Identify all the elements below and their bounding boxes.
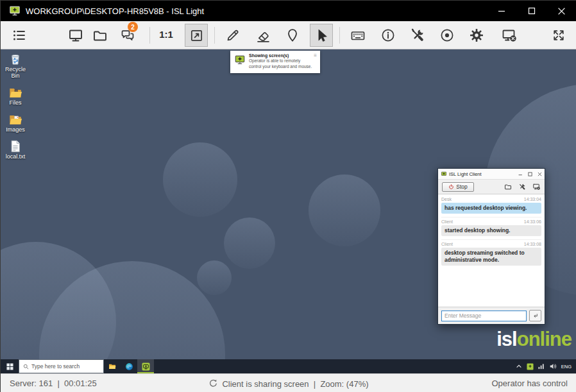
start-button[interactable] — [1, 359, 19, 373]
eraser-icon — [255, 28, 271, 43]
stop-sharing-button[interactable] — [502, 28, 517, 43]
scale-1-1-button[interactable]: 1:1 — [157, 29, 176, 40]
search-placeholder: Type here to search — [31, 363, 80, 370]
remote-control-button[interactable] — [310, 24, 333, 47]
desktop-icons: Recycle Bin Files Ima — [2, 52, 29, 166]
minimize-button[interactable] — [486, 1, 516, 21]
monitor-select-button[interactable] — [68, 28, 83, 43]
power-icon — [448, 184, 454, 190]
menu-button[interactable] — [12, 28, 27, 43]
maximize-button[interactable] — [516, 1, 546, 21]
pin-icon — [285, 28, 300, 43]
stop-button-label: Stop — [456, 183, 468, 190]
remote-taskbar: Type here to search — [1, 359, 576, 373]
status-bar: Server: 161 | 00:01:25 Client is sharing… — [1, 373, 576, 392]
info-icon — [380, 28, 396, 43]
message-sender: Client — [441, 219, 453, 224]
tray-isl-icon[interactable] — [527, 363, 534, 370]
edge-browser-icon — [125, 362, 133, 371]
chat-input-row — [438, 307, 545, 324]
text-file-icon — [8, 139, 22, 153]
fit-screen-button[interactable] — [185, 24, 208, 47]
desktop-icon-files[interactable]: Files — [2, 85, 29, 107]
settings-button[interactable] — [469, 28, 484, 43]
tray-language-indicator[interactable]: ENG — [561, 364, 572, 370]
disconnect-monitor-icon — [502, 27, 517, 44]
message-text: started desktop showing. — [441, 225, 541, 236]
tooltip-title: Showing screen(s) — [249, 53, 314, 58]
client-app-icon — [441, 171, 447, 177]
taskbar-edge-browser[interactable] — [121, 359, 137, 373]
fullscreen-button[interactable] — [551, 28, 566, 43]
send-message-button[interactable] — [529, 310, 541, 321]
keyboard-icon — [350, 28, 366, 44]
background-bubble — [224, 217, 275, 269]
tooltip-body: Operator is able to remotely control you… — [249, 58, 314, 69]
logo-online: online — [517, 328, 572, 350]
taskbar-isl-client[interactable] — [137, 359, 154, 373]
sharing-status-text: Client is sharing screen | Zoom: (47%) — [222, 379, 368, 389]
background-bubble — [163, 142, 237, 217]
client-window-title: ISL Light Client — [449, 171, 482, 177]
background-bubble — [197, 260, 232, 295]
message-time: 14:33:06 — [524, 219, 541, 224]
message-sender: Desk — [441, 197, 452, 201]
file-transfer-button[interactable] — [92, 28, 108, 43]
monitor-icon — [68, 28, 83, 43]
tray-speaker-icon[interactable] — [550, 363, 557, 370]
eraser-button[interactable] — [255, 28, 271, 43]
admin-tools-button[interactable] — [410, 28, 425, 43]
sync-icon — [208, 379, 218, 388]
remote-desktop-view[interactable]: Showing screen(s) Operator is able to re… — [1, 49, 576, 359]
stop-button[interactable]: Stop — [442, 182, 474, 192]
chat-message-list: Desk 14:33:04 has requested desktop view… — [438, 194, 545, 307]
client-maximize-icon[interactable] — [528, 172, 532, 176]
images-folder-icon — [8, 112, 22, 126]
record-button[interactable] — [439, 28, 455, 43]
client-folder-icon[interactable] — [504, 183, 512, 191]
pointer-pin-button[interactable] — [285, 28, 300, 43]
desktop-icon-local-txt[interactable]: local.txt — [2, 139, 29, 160]
client-desktop-settings-icon[interactable] — [532, 183, 541, 191]
client-tools-icon[interactable] — [518, 183, 526, 191]
recycle-bin-icon — [8, 52, 22, 66]
desktop-icon-label: Images — [2, 127, 29, 133]
fullscreen-icon — [551, 28, 566, 43]
menu-list-icon — [12, 28, 27, 43]
isl-light-client-window: ISL Light Client Stop — [437, 168, 545, 325]
keyboard-button[interactable] — [350, 28, 366, 43]
taskbar-search[interactable]: Type here to search — [19, 359, 104, 373]
tools-icon — [410, 28, 425, 43]
chat-unread-badge: 2 — [128, 22, 138, 32]
close-button[interactable] — [546, 1, 576, 21]
info-button[interactable] — [380, 28, 396, 43]
client-close-icon[interactable] — [538, 172, 542, 176]
toolbar-separator — [149, 27, 150, 44]
maximize-icon — [528, 7, 536, 15]
tray-chevron-up-icon[interactable] — [516, 364, 522, 369]
system-tray: ENG — [516, 359, 576, 373]
taskbar-file-explorer[interactable] — [104, 359, 121, 373]
message-text: has requested desktop viewing. — [441, 203, 541, 214]
isl-app-icon — [9, 5, 21, 17]
desktop-icon-recycle-bin[interactable]: Recycle Bin — [2, 52, 29, 80]
minimize-icon — [498, 7, 505, 15]
chat-message-input[interactable] — [441, 311, 527, 321]
windows-logo-icon — [6, 363, 13, 370]
message-time: 14:33:04 — [524, 197, 541, 201]
file-explorer-icon — [108, 362, 117, 370]
folder-icon — [92, 28, 108, 43]
fit-screen-icon — [189, 28, 204, 43]
tray-network-icon[interactable] — [538, 363, 545, 370]
background-bubble — [309, 175, 380, 246]
toolbar-separator — [339, 27, 340, 44]
sharing-status: Client is sharing screen | Zoom: (47%) — [1, 379, 576, 389]
desktop-icon-images[interactable]: Images — [2, 112, 29, 133]
record-icon — [439, 28, 455, 43]
desktop-icon-label: Recycle Bin — [2, 67, 29, 80]
session-toolbar: 2 1:1 — [1, 21, 576, 49]
draw-pen-button[interactable] — [225, 28, 241, 43]
tooltip-menu-icon[interactable]: ≡ — [314, 53, 317, 71]
client-minimize-icon[interactable] — [518, 172, 523, 176]
pen-icon — [225, 28, 241, 43]
